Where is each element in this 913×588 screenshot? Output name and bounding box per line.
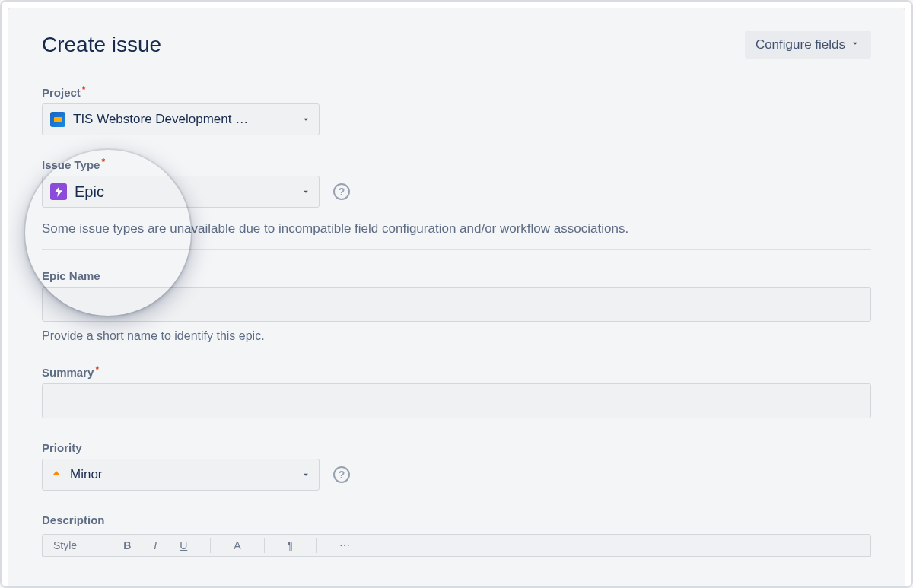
chevron-down-icon — [301, 186, 311, 197]
chevron-down-icon — [301, 114, 311, 125]
priority-value: Minor — [70, 467, 103, 482]
issue-type-label: Issue Type* — [42, 158, 871, 171]
epic-icon — [50, 183, 67, 200]
issue-type-hint: Some issue types are unavailable due to … — [42, 220, 871, 238]
issue-type-value: Epic — [75, 183, 104, 201]
priority-select[interactable]: Minor — [42, 459, 320, 491]
project-value: TIS Webstore Development … — [73, 112, 248, 127]
epic-name-input[interactable] — [42, 287, 871, 322]
project-select[interactable]: TIS Webstore Development … — [42, 103, 320, 135]
divider — [42, 249, 871, 250]
summary-label: Summary* — [42, 366, 871, 379]
description-label: Description — [42, 513, 871, 526]
project-icon — [50, 112, 65, 127]
page-title: Create issue — [42, 33, 161, 57]
issue-type-select[interactable]: Epic — [42, 176, 320, 208]
help-icon[interactable]: ? — [333, 466, 350, 483]
epic-name-label: Epic Name — [42, 269, 871, 282]
help-icon[interactable]: ? — [333, 183, 350, 200]
priority-label: Priority — [42, 441, 871, 454]
summary-input[interactable] — [42, 383, 871, 418]
priority-minor-icon — [50, 469, 62, 481]
configure-fields-label: Configure fields — [756, 37, 845, 52]
chevron-down-icon — [301, 469, 311, 480]
configure-fields-button[interactable]: Configure fields — [745, 31, 871, 59]
project-label: Project* — [42, 86, 871, 99]
epic-name-hint: Provide a short name to identify this ep… — [42, 329, 871, 343]
description-toolbar[interactable]: Style BIU A ¶ ⋯ — [42, 534, 871, 557]
chevron-down-icon — [850, 37, 861, 52]
